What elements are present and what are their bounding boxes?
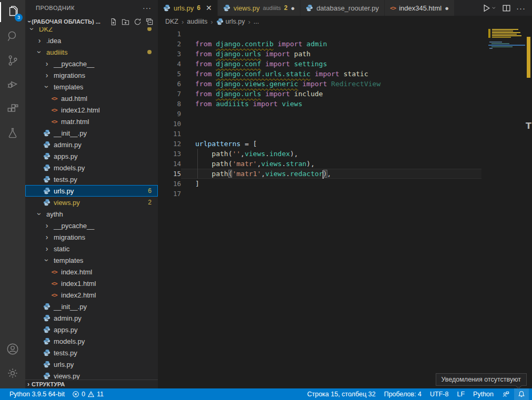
tree-item--pycache-[interactable]: ›__pycache__ (25, 220, 158, 231)
collapse-all-icon[interactable] (146, 18, 154, 26)
sidebar-more-actions-icon[interactable]: ··· (143, 4, 152, 12)
tree-item-templates[interactable]: ›templates (25, 254, 158, 266)
outline-section-header[interactable]: › СТРУКТУРА (25, 380, 158, 388)
code-line-11[interactable]: 11 (158, 129, 485, 139)
tab-urls-py[interactable]: urls.py6✕ (158, 0, 218, 16)
feedback-icon[interactable] (498, 388, 513, 400)
new-file-icon[interactable] (109, 18, 117, 26)
chevron-right-icon: › (46, 71, 48, 79)
tree-item-matr-html[interactable]: <>matr.html (25, 116, 158, 127)
tree-item-audiiits[interactable]: ›audiiits (25, 46, 158, 58)
extensions-icon[interactable] (0, 97, 25, 121)
encoding-status[interactable]: UTF-8 (426, 388, 452, 400)
problems-badge: 6 (148, 187, 152, 194)
tab-label: urls.py (174, 4, 194, 12)
tree-item-admin-py[interactable]: admin.py (25, 139, 158, 150)
tree-item-apps-py[interactable]: apps.py (25, 324, 158, 335)
code-line-6[interactable]: 6from django.views.generic import Redire… (158, 79, 485, 89)
close-tab-icon[interactable]: ✕ (206, 4, 212, 12)
code-line-3[interactable]: 3from django.urls import path (158, 49, 485, 59)
tree-item-aythh[interactable]: ›aythh (25, 208, 158, 220)
source-control-icon[interactable] (0, 48, 25, 73)
minimap[interactable] (488, 28, 525, 101)
tree-item-label: aud.html (61, 95, 87, 102)
tree-item-models-py[interactable]: models.py (25, 335, 158, 347)
tree-item-label: migrations (54, 71, 85, 79)
code-line-12[interactable]: 12urlpatterns = [ (158, 139, 485, 149)
tree-item-DKZ[interactable]: ›DKZ (25, 27, 158, 35)
code-line-1[interactable]: 1 (158, 29, 485, 39)
tree-item-urls-py[interactable]: urls.py (25, 358, 158, 370)
code-line-13[interactable]: 13 path('',views.index), (158, 149, 485, 159)
tree-item-views-py[interactable]: views.py (25, 370, 158, 380)
tree-item-apps-py[interactable]: apps.py (25, 150, 158, 162)
line-number: 5 (158, 69, 183, 79)
tree-item--idea[interactable]: ›.idea (25, 35, 158, 46)
code-line-2[interactable]: 2from django.contrib import admin (158, 39, 485, 49)
run-python-file-button[interactable] (482, 4, 497, 13)
problems-status[interactable]: 0 11 (68, 388, 107, 400)
tree-item-templates[interactable]: ›templates (25, 81, 158, 93)
code-line-9[interactable]: 9 (158, 109, 485, 119)
workspace-section-header[interactable]: › (РАБОЧАЯ ОБЛАСТЬ) ... (25, 16, 158, 27)
explorer-icon[interactable]: 3 (0, 0, 25, 24)
notifications-bell-icon[interactable] (514, 388, 529, 400)
tree-item--pycache-[interactable]: ›__pycache__ (25, 58, 158, 69)
tree-item-migrations[interactable]: ›migrations (25, 231, 158, 243)
code-line-7[interactable]: 7from django.urls import include (158, 89, 485, 99)
tree-item-models-py[interactable]: models.py (25, 162, 158, 173)
language-mode-status[interactable]: Python (469, 388, 497, 400)
tree-item-index2-html[interactable]: <>index2.html (25, 289, 158, 301)
breadcrumb-item[interactable]: DKZ (165, 18, 178, 25)
account-icon[interactable] (0, 337, 25, 361)
chevron-down-icon: › (26, 20, 33, 23)
tab-database-roouter-py[interactable]: database_roouter.py (300, 0, 385, 16)
status-bar: Python 3.9.5 64-bit 0 11 Строка 15, стол… (0, 388, 532, 400)
dirty-dot-icon[interactable]: ● (291, 4, 295, 12)
code-line-4[interactable]: 4from django.conf import settings (158, 59, 485, 69)
code-line-15[interactable]: 15 path('matr1',views.redactor), (158, 169, 485, 179)
indentation-status[interactable]: Пробелов: 4 (380, 388, 425, 400)
dirty-dot-icon[interactable]: ● (445, 4, 449, 12)
cursor-position-status[interactable]: Строка 15, столбец 32 (304, 388, 379, 400)
breadcrumb-item[interactable]: urls.py (216, 18, 245, 25)
python-file-icon (216, 18, 224, 25)
split-editor-icon[interactable] (502, 4, 511, 13)
tree-item-views-py[interactable]: views.py2 (25, 197, 158, 208)
code-line-8[interactable]: 8from audiiits import views (158, 99, 485, 109)
python-interpreter-status[interactable]: Python 3.9.5 64-bit (6, 388, 68, 400)
tab-views-py[interactable]: views.pyaudiiits2● (218, 0, 301, 16)
code-line-10[interactable]: 10 (158, 119, 485, 129)
code-editor[interactable]: 12from django.contrib import admin3from … (158, 27, 532, 388)
new-folder-icon[interactable] (122, 18, 129, 26)
tree-item-tests-py[interactable]: tests.py (25, 347, 158, 358)
testing-icon[interactable] (0, 121, 25, 145)
code-line-5[interactable]: 5from django.conf.urls.static import sta… (158, 69, 485, 79)
tab-index345-html[interactable]: <>index345.html● (385, 0, 455, 16)
eol-status[interactable]: LF (453, 388, 468, 400)
tree-item-tests-py[interactable]: tests.py (25, 173, 158, 185)
code-line-17[interactable]: 17 (158, 189, 485, 199)
settings-gear-icon[interactable] (0, 361, 25, 385)
tree-item-admin-py[interactable]: admin.py (25, 312, 158, 324)
line-number: 17 (158, 189, 183, 199)
tree-item--init-py[interactable]: __init__.py (25, 127, 158, 139)
tree-item-index1-html[interactable]: <>index1.html (25, 278, 158, 289)
editor-more-actions-icon[interactable]: ··· (516, 4, 526, 13)
tree-item-aud-html[interactable]: <>aud.html (25, 93, 158, 104)
tree-item-index12-html[interactable]: <>index12.html (25, 104, 158, 116)
code-line-14[interactable]: 14 path('matr',views.stran), (158, 159, 485, 169)
refresh-icon[interactable] (134, 18, 142, 26)
tree-item--init-py[interactable]: __init__.py (25, 301, 158, 312)
tree-item-migrations[interactable]: ›migrations (25, 69, 158, 81)
code-line-16[interactable]: 16] (158, 179, 485, 189)
search-icon[interactable] (0, 24, 25, 48)
tree-item-static[interactable]: ›static (25, 243, 158, 254)
breadcrumb-item[interactable]: ... (254, 18, 259, 25)
editor-scrollbar[interactable]: T (525, 27, 532, 388)
run-debug-icon[interactable] (0, 73, 25, 97)
tree-item-index-html[interactable]: <>index.html (25, 266, 158, 278)
tree-item-urls-py[interactable]: urls.py6 (25, 185, 158, 197)
breadcrumb-item[interactable]: audiiits (187, 18, 207, 25)
tree-item-label: admin.py (54, 314, 82, 322)
